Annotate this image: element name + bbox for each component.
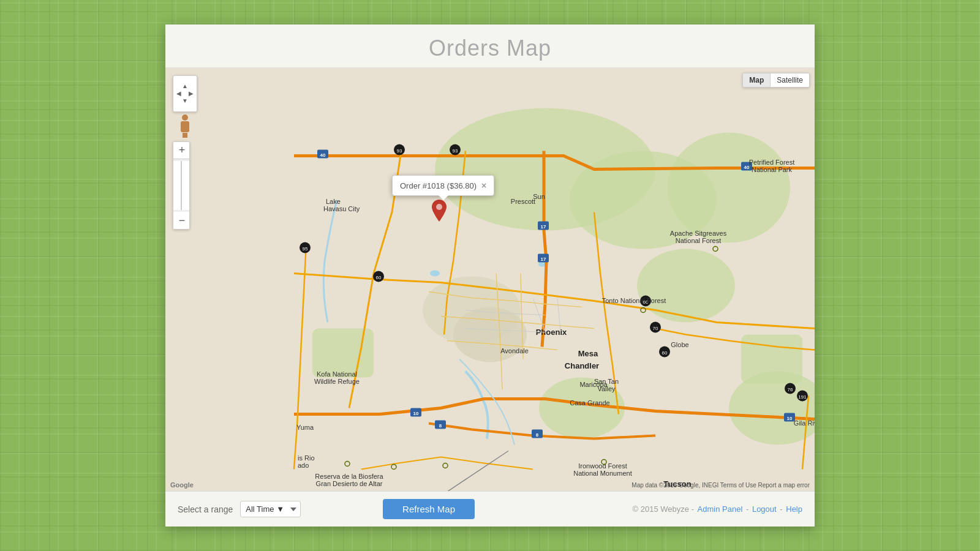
svg-text:60: 60 [662,350,668,356]
svg-text:Mesa: Mesa [578,349,598,358]
nav-left-arrow: ◀ [176,90,181,97]
svg-text:Globe: Globe [671,341,688,348]
svg-text:Gila River: Gila River [794,419,815,427]
zoom-out-button[interactable]: − [173,212,190,229]
select-range-label: Select a range [178,504,233,514]
help-link[interactable]: Help [786,504,802,514]
footer-bar: Select a range All Time ▼ Today This Wee… [165,491,815,527]
nav-right-arrow: ▶ [189,90,194,97]
svg-text:Kofa National: Kofa National [317,370,357,378]
svg-text:is Rio: is Rio [298,454,315,462]
svg-text:60: 60 [376,275,382,280]
svg-point-3 [668,133,790,243]
map-svg: 40 40 17 17 10 10 93 93 60 60 [165,68,815,491]
admin-panel-link[interactable]: Admin Panel [698,504,743,514]
svg-text:8: 8 [439,423,442,429]
svg-text:Prescott: Prescott [511,198,535,205]
order-info-popup: Order #1018 ($36.80) × [392,175,494,196]
svg-text:Sun: Sun [533,193,545,200]
svg-text:Apache Sitgreaves: Apache Sitgreaves [670,230,727,237]
order-info-text: Order #1018 ($36.80) [400,181,477,190]
panel-header: Orders Map [165,24,815,68]
svg-text:10: 10 [787,416,793,421]
svg-text:Tonto National Forest: Tonto National Forest [602,297,666,304]
page-title: Orders Map [165,36,815,61]
svg-text:Maricopa: Maricopa [579,381,608,388]
map-type-toggle: Map Satellite [742,73,810,88]
svg-text:Wildlife Refuge: Wildlife Refuge [314,378,360,385]
street-view-control[interactable] [178,114,192,139]
svg-text:Ironwood Forest: Ironwood Forest [578,462,627,470]
zoom-slider[interactable] [181,161,182,210]
footer-link-sep-1: - [746,504,751,514]
google-logo: Google [170,481,194,489]
svg-text:Yuma: Yuma [296,424,314,431]
svg-text:95: 95 [303,246,308,252]
svg-text:70: 70 [653,326,658,331]
svg-text:Gran Desierto de Altar: Gran Desierto de Altar [316,480,383,487]
svg-text:●: ● [676,489,680,492]
svg-point-11 [430,271,440,277]
svg-point-4 [637,249,735,323]
svg-text:Reserva de la Biosfera: Reserva de la Biosfera [315,473,383,480]
map-container[interactable]: 40 40 17 17 10 10 93 93 60 60 [165,68,815,491]
svg-point-102 [436,204,442,210]
svg-text:National Monument: National Monument [573,470,631,477]
nav-up-arrow: ▲ [182,83,188,90]
svg-text:ado: ado [298,462,309,469]
svg-text:10: 10 [413,411,419,416]
zoom-control: + − [173,141,190,230]
range-select[interactable]: All Time ▼ Today This Week This Month Th… [240,501,301,517]
refresh-map-button[interactable]: Refresh Map [383,499,475,519]
map-attribution: Map data ©2015 Google, INEGI Terms of Us… [631,482,810,489]
footer-copyright: © 2015 Webyze - [633,504,696,514]
svg-text:76: 76 [788,387,793,392]
svg-text:Petrified Forest: Petrified Forest [749,159,795,166]
zoom-in-button[interactable]: + [173,142,190,159]
map-pin[interactable] [432,200,447,224]
map-type-map-button[interactable]: Map [743,73,770,87]
svg-text:Chandler: Chandler [565,361,599,370]
svg-text:Avondale: Avondale [500,347,529,354]
svg-text:National Park: National Park [752,166,793,173]
footer-links: © 2015 Webyze - Admin Panel - Logout - H… [631,504,802,514]
svg-text:191: 191 [798,394,807,400]
map-controls: ▲ ◀ ▶ ▼ + − [173,75,197,230]
svg-text:93: 93 [453,148,458,154]
footer-link-sep-2: - [780,504,785,514]
main-panel: Orders Map [165,24,815,527]
svg-text:Lake: Lake [326,198,341,205]
svg-text:40: 40 [320,152,326,158]
logout-link[interactable]: Logout [752,504,777,514]
svg-text:National Forest: National Forest [676,237,722,244]
navigation-control[interactable]: ▲ ◀ ▶ ▼ [173,75,197,112]
svg-text:Casa Grande: Casa Grande [570,399,609,407]
map-type-satellite-button[interactable]: Satellite [771,73,809,87]
svg-text:17: 17 [541,257,546,262]
svg-point-12 [538,262,546,267]
svg-text:Havasu City: Havasu City [323,205,360,212]
popup-close-button[interactable]: × [481,181,486,190]
svg-text:17: 17 [541,224,546,230]
nav-down-arrow: ▼ [182,97,188,105]
svg-text:93: 93 [397,148,402,154]
svg-text:8: 8 [536,432,539,438]
